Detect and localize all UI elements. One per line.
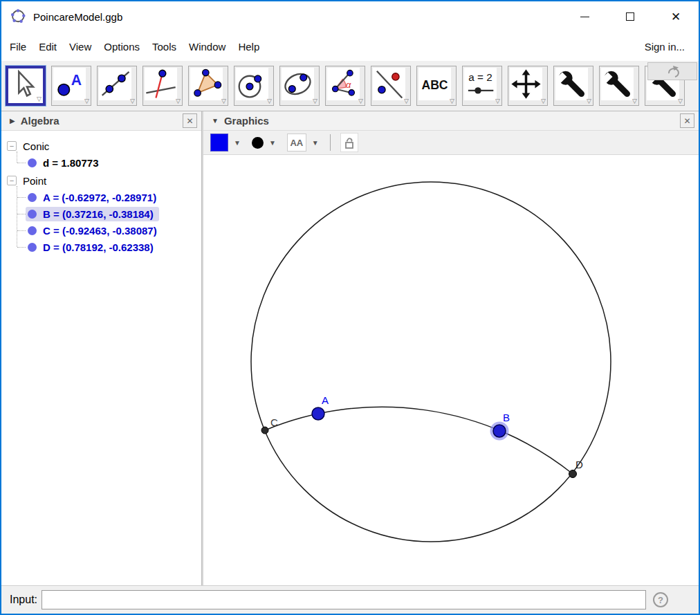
tool-dropdown-icon[interactable]: ▽	[450, 98, 454, 104]
tool-perpendicular-line[interactable]: ▽	[142, 66, 183, 106]
object-visibility-dot[interactable]	[28, 158, 37, 167]
object-visibility-dot[interactable]	[28, 243, 37, 252]
algebra-item-point-c[interactable]: C = (-0.92463, -0.38087)	[7, 222, 201, 239]
algebra-collapse-icon[interactable]: ▶	[10, 117, 15, 125]
angle-tool-icon: α	[327, 68, 360, 100]
menu-options[interactable]: Options	[98, 41, 146, 53]
point-b[interactable]	[493, 425, 506, 437]
tool-move[interactable]: ▽	[6, 66, 46, 106]
point-style-dropdown-icon[interactable]: ▼	[268, 139, 277, 147]
close-button[interactable]: ✕	[653, 1, 699, 32]
menu-bar: File Edit View Options Tools Window Help…	[1, 32, 699, 61]
tool-dropdown-icon[interactable]: ▽	[313, 98, 317, 104]
tool-dropdown-icon[interactable]: ▽	[37, 96, 42, 102]
object-visibility-dot[interactable]	[28, 226, 37, 235]
input-field[interactable]	[42, 590, 646, 609]
tool-move-graphics-view[interactable]: ▽	[508, 66, 548, 106]
tool-dropdown-icon[interactable]: ▽	[495, 98, 500, 104]
app-window: PoincareModel.ggb ✕ File Edit View Optio…	[0, 0, 700, 615]
tool-dropdown-icon[interactable]: ▽	[541, 98, 546, 104]
label-style-dropdown-icon[interactable]: ▼	[311, 139, 320, 147]
menu-view[interactable]: View	[63, 41, 98, 53]
tool-dropdown-icon[interactable]: ▽	[587, 98, 591, 104]
tool-dropdown-icon[interactable]: ▽	[358, 98, 363, 104]
graphics-canvas[interactable]: C D A B	[203, 155, 699, 585]
label-style-button[interactable]: AA	[287, 134, 306, 152]
unlock-button[interactable]	[340, 133, 358, 152]
point-c-value: C = (-0.92463, -0.38087)	[43, 225, 157, 237]
object-visibility-dot[interactable]	[28, 193, 37, 202]
maximize-icon	[626, 12, 634, 21]
tool-ellipse[interactable]: ▽	[279, 66, 320, 106]
collapse-group-icon[interactable]: −	[7, 141, 17, 151]
algebra-item-d[interactable]: d = 1.80773	[7, 154, 201, 171]
close-icon: ✕	[671, 11, 681, 23]
collapse-group-icon[interactable]: −	[7, 176, 17, 185]
color-dropdown-icon[interactable]: ▼	[232, 139, 242, 147]
graphics-collapse-icon[interactable]: ▼	[212, 117, 219, 125]
open-padlock-icon	[344, 136, 355, 149]
algebra-close-button[interactable]: ✕	[183, 113, 197, 128]
tool-polygon[interactable]: ▽	[188, 66, 228, 106]
algebra-tree: − Conic d = 1.80773	[1, 131, 201, 257]
menu-tools[interactable]: Tools	[146, 41, 183, 53]
slider-tool-icon: a = 2	[464, 68, 497, 100]
tool-slider[interactable]: a = 2 ▽	[462, 66, 502, 106]
polygon-tool-icon	[190, 68, 223, 100]
point-a-label: A	[322, 394, 329, 406]
tool-point[interactable]: A ▽	[51, 66, 91, 106]
tool-dropdown-icon[interactable]: ▽	[84, 98, 89, 104]
maximize-button[interactable]	[607, 1, 653, 32]
geodesic-arc[interactable]	[265, 407, 573, 474]
tree-connector	[17, 163, 26, 163]
main-area: ▶ Algebra ✕ − Conic	[1, 111, 699, 585]
tool-reflect[interactable]: ▽	[371, 66, 411, 106]
tool-dropdown-icon[interactable]: ▽	[176, 98, 181, 104]
tree-connector	[17, 247, 26, 248]
algebra-group-conic: − Conic d = 1.80773	[7, 138, 201, 171]
menu-window[interactable]: Window	[183, 41, 232, 53]
window-title: PoincareModel.ggb	[33, 11, 122, 23]
ellipse-tool-icon	[282, 68, 314, 100]
menu-help[interactable]: Help	[232, 41, 266, 53]
tool-circle[interactable]: ▽	[234, 66, 274, 106]
svg-text:a = 2: a = 2	[468, 71, 492, 83]
tool-custom-2[interactable]: ▽	[599, 66, 639, 106]
tool-line[interactable]: ▽	[97, 66, 137, 106]
sign-in-link[interactable]: Sign in...	[645, 41, 699, 53]
graphics-close-button[interactable]: ✕	[680, 113, 694, 128]
tool-angle[interactable]: α ▽	[325, 66, 365, 106]
menu-edit[interactable]: Edit	[33, 41, 63, 53]
poincare-disk-drawing: C D A B	[203, 155, 699, 585]
redo-button[interactable]	[647, 62, 697, 80]
minimize-button[interactable]	[562, 1, 607, 32]
svg-text:A: A	[71, 72, 82, 88]
menu-file[interactable]: File	[1, 41, 33, 53]
disk-boundary-circle[interactable]	[251, 182, 611, 542]
help-button[interactable]: ?	[653, 592, 668, 607]
algebra-header: ▶ Algebra ✕	[1, 111, 201, 131]
tool-dropdown-icon[interactable]: ▽	[130, 98, 135, 104]
tool-dropdown-icon[interactable]: ▽	[678, 98, 683, 104]
tool-dropdown-icon[interactable]: ▽	[267, 98, 272, 104]
conic-value: d = 1.80773	[43, 157, 98, 169]
tool-dropdown-icon[interactable]: ▽	[221, 98, 226, 104]
window-controls: ✕	[562, 1, 699, 32]
wrench-icon	[601, 68, 634, 100]
reflect-tool-icon	[373, 68, 405, 100]
object-visibility-dot[interactable]	[28, 210, 37, 219]
algebra-item-point-b[interactable]: B = (0.37216, -0.38184)	[7, 205, 201, 222]
tool-dropdown-icon[interactable]: ▽	[632, 98, 637, 104]
algebra-item-point-a[interactable]: A = (-0.62972, -0.28971)	[7, 189, 201, 205]
minimize-icon	[580, 17, 589, 17]
point-d[interactable]	[569, 470, 577, 478]
point-c[interactable]	[261, 427, 268, 434]
tool-custom-1[interactable]: ▽	[553, 66, 593, 106]
tool-text[interactable]: ABC ▽	[416, 66, 457, 106]
color-swatch-button[interactable]	[210, 134, 228, 152]
tool-dropdown-icon[interactable]: ▽	[404, 98, 409, 104]
algebra-item-point-d[interactable]: D = (0.78192, -0.62338)	[7, 239, 201, 255]
point-style-button[interactable]	[252, 137, 264, 149]
point-a[interactable]	[312, 407, 324, 420]
svg-text:ABC: ABC	[421, 78, 448, 92]
